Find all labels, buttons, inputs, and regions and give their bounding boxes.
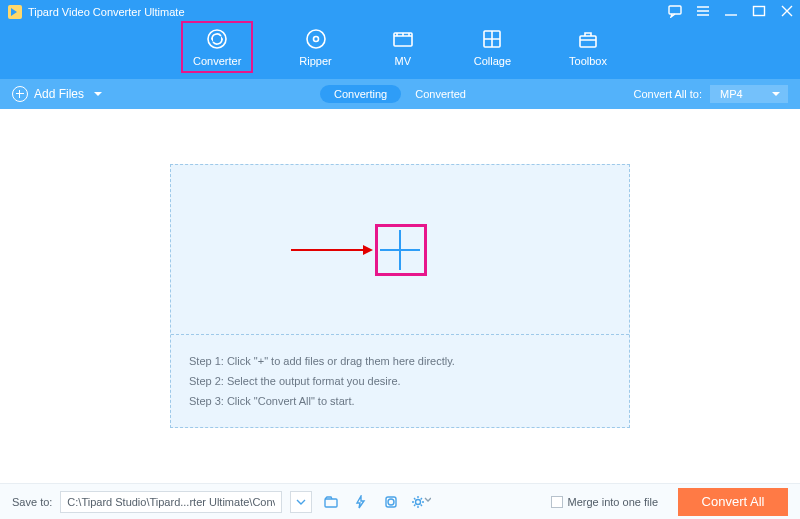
convert-all-button[interactable]: Convert All (678, 488, 788, 516)
ripper-icon (303, 26, 329, 52)
path-dropdown-button[interactable] (290, 491, 312, 513)
instruction-step: Step 1: Click "+" to add files or drag t… (189, 355, 611, 367)
svg-rect-0 (669, 6, 681, 14)
nav-label: Toolbox (569, 55, 607, 67)
tab-converting[interactable]: Converting (320, 85, 401, 103)
chevron-down-icon (772, 92, 780, 96)
highlight-annotation (181, 21, 253, 73)
app-logo (8, 5, 22, 19)
task-schedule-button[interactable] (380, 491, 402, 513)
plus-circle-icon (12, 86, 28, 102)
merge-label: Merge into one file (568, 496, 659, 508)
tab-converted[interactable]: Converted (401, 85, 480, 103)
hardware-accel-button[interactable] (350, 491, 372, 513)
svg-rect-7 (580, 36, 596, 47)
close-icon[interactable] (780, 4, 794, 18)
convert-all-to-label: Convert All to: (634, 88, 702, 100)
toolbox-icon (575, 26, 601, 52)
output-format-value: MP4 (720, 88, 743, 100)
chevron-down-icon (94, 92, 102, 96)
feedback-icon[interactable] (668, 4, 682, 18)
drop-zone[interactable]: Step 1: Click "+" to add files or drag t… (170, 164, 630, 428)
svg-point-10 (388, 499, 394, 505)
instruction-step: Step 2: Select the output format you des… (189, 375, 611, 387)
add-files-label: Add Files (34, 87, 84, 101)
open-folder-button[interactable] (320, 491, 342, 513)
nav-label: Ripper (299, 55, 331, 67)
add-file-plus-button[interactable] (380, 230, 420, 270)
collage-icon (479, 26, 505, 52)
merge-checkbox[interactable] (551, 496, 563, 508)
mv-icon (390, 26, 416, 52)
svg-rect-1 (754, 7, 765, 16)
instruction-step: Step 3: Click "Convert All" to start. (189, 395, 611, 407)
save-to-label: Save to: (12, 496, 52, 508)
nav-label: Collage (474, 55, 511, 67)
menu-icon[interactable] (696, 4, 710, 18)
svg-point-3 (307, 30, 325, 48)
nav-mv[interactable]: MV (384, 24, 422, 71)
nav-toolbox[interactable]: Toolbox (563, 24, 613, 71)
maximize-icon[interactable] (752, 4, 766, 18)
settings-button[interactable] (410, 491, 432, 513)
nav-collage[interactable]: Collage (468, 24, 517, 71)
svg-point-4 (313, 37, 318, 42)
svg-point-11 (416, 499, 421, 504)
arrow-annotation (291, 249, 371, 251)
nav-converter[interactable]: Converter (187, 24, 247, 71)
save-path-input[interactable] (60, 491, 282, 513)
add-files-button[interactable]: Add Files (12, 86, 102, 102)
output-format-dropdown[interactable]: MP4 (710, 85, 788, 103)
svg-rect-8 (325, 499, 337, 507)
nav-ripper[interactable]: Ripper (293, 24, 337, 71)
app-title: Tipard Video Converter Ultimate (28, 6, 185, 18)
nav-label: MV (394, 55, 411, 67)
minimize-icon[interactable] (724, 4, 738, 18)
